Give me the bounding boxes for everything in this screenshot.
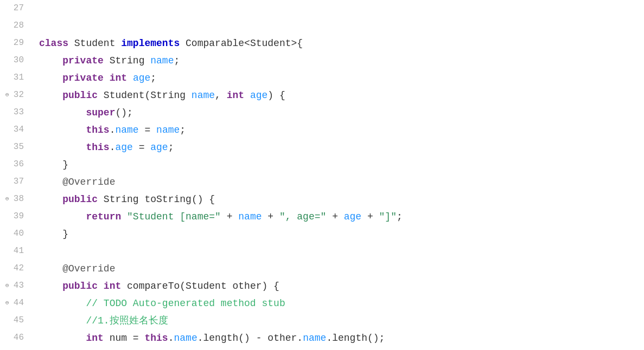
- field-age: age: [133, 70, 150, 86]
- code-line-43: public int compareTo(Student other) {: [39, 277, 644, 295]
- keyword-int-43: int: [104, 278, 121, 294]
- comment-todo: // TODO Auto-generated method stub: [86, 296, 285, 312]
- keyword-private-30: private: [62, 53, 104, 69]
- keyword-private-31: private: [62, 70, 104, 86]
- keyword-int-31: int: [110, 70, 127, 86]
- keyword-this-46: this: [144, 330, 168, 346]
- line-num-31: 31: [4, 69, 24, 87]
- code-line-32: public Student(String name, int age) {: [39, 87, 644, 104]
- line-num-32: ⊖32: [4, 87, 24, 104]
- code-line-31: private int age;: [39, 69, 644, 87]
- code-line-46: int num = this.name.length() - other.nam…: [39, 329, 644, 347]
- line-num-38: ⊖38: [4, 191, 24, 208]
- line-num-44: ⊖44: [4, 295, 24, 312]
- keyword-this-35: this: [86, 140, 109, 155]
- var-age-35: age: [150, 140, 168, 155]
- line-num-43: ⊖43: [4, 277, 24, 295]
- keyword-public-43: public: [62, 278, 98, 294]
- line-num-30: 30: [4, 52, 24, 69]
- method-tostring: toString: [144, 192, 191, 208]
- line-num-41: 41: [4, 243, 24, 260]
- code-line-44: // TODO Auto-generated method stub: [39, 295, 644, 312]
- code-line-42: @Override: [39, 260, 644, 277]
- code-line-39: return "Student [name=" + name + ", age=…: [39, 208, 644, 225]
- line-num-29: 29: [4, 35, 24, 52]
- line-num-33: 33: [4, 104, 24, 121]
- string-literal-2: ", age=": [279, 209, 326, 225]
- keyword-return-39: return: [86, 209, 121, 225]
- code-line-34: this.name = name;: [39, 121, 644, 139]
- keyword-public-38: public: [62, 192, 98, 208]
- method-compareto: compareTo: [127, 278, 180, 294]
- comment-chinese: //1.按照姓名长度: [86, 313, 168, 329]
- this-name-34: name: [115, 122, 138, 138]
- var-age-39: age: [344, 209, 361, 225]
- line-num-40: 40: [4, 225, 24, 243]
- code-line-38: public String toString() {: [39, 191, 644, 208]
- this-age-35: age: [115, 140, 132, 155]
- var-other-46: other: [267, 330, 297, 346]
- param-name-32: name: [192, 88, 215, 103]
- line-num-46: 46: [4, 329, 24, 347]
- keyword-super: super: [86, 105, 115, 121]
- code-line-37: @Override: [39, 173, 644, 191]
- code-editor: 27 28 29 30 31 ⊖32 33 34 35 36 37 ⊖38 39…: [0, 0, 644, 350]
- code-line-35: this.age = age;: [39, 139, 644, 156]
- keyword-int-46: int: [86, 330, 103, 346]
- line-num-39: 39: [4, 208, 24, 225]
- code-line-45: //1.按照姓名长度: [39, 312, 644, 329]
- code-line-41: [39, 243, 644, 260]
- field-name: name: [150, 53, 174, 69]
- line-num-36: 36: [4, 156, 24, 173]
- line-num-45: 45: [4, 312, 24, 329]
- keyword-class: class: [39, 36, 68, 51]
- param-age-32: age: [250, 88, 267, 103]
- code-line-33: super();: [39, 104, 644, 121]
- line-num-35: 35: [4, 139, 24, 156]
- code-content: class Student implements Comparable<Stud…: [30, 0, 644, 350]
- code-line-36: }: [39, 156, 644, 173]
- keyword-implements: implements: [121, 36, 180, 51]
- line-num-28: 28: [4, 17, 24, 35]
- line-num-34: 34: [4, 121, 24, 139]
- line-num-37: 37: [4, 173, 24, 191]
- annotation-override-37: @Override: [62, 174, 115, 190]
- code-line-29: class Student implements Comparable<Stud…: [39, 35, 644, 52]
- line-num-42: 42: [4, 260, 24, 277]
- code-line-40: }: [39, 225, 644, 243]
- code-line-28: [39, 17, 644, 35]
- this-name-46: name: [174, 330, 197, 346]
- line-numbers: 27 28 29 30 31 ⊖32 33 34 35 36 37 ⊖38 39…: [0, 0, 30, 350]
- string-literal-3: "]": [379, 209, 397, 225]
- string-literal-1: "Student [name=": [127, 209, 221, 225]
- annotation-override-42: @Override: [62, 261, 115, 277]
- code-line-27: [39, 0, 644, 17]
- var-name-34: name: [156, 122, 180, 138]
- keyword-this-34: this: [86, 122, 109, 138]
- keyword-int-32: int: [227, 88, 244, 103]
- line-num-27: 27: [4, 0, 24, 17]
- code-line-30: private String name;: [39, 52, 644, 69]
- other-name-46: name: [303, 330, 326, 346]
- var-name-39: name: [238, 209, 262, 225]
- keyword-public-32: public: [62, 88, 98, 103]
